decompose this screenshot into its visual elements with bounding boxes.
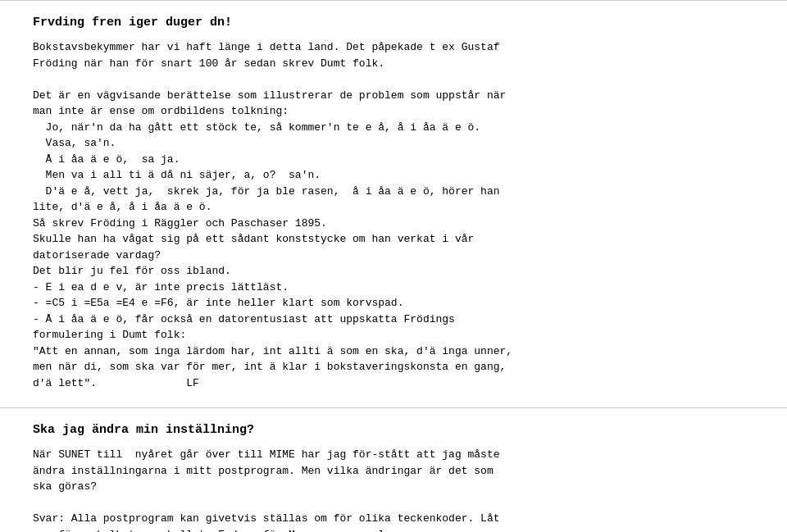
article2-body: När SUNET till nyåret går över till MIME… (33, 447, 754, 532)
article1-title: Frvding fren iger duger dn! (33, 16, 754, 30)
article2-section: Ska jag ändra min inställning? När SUNET… (0, 408, 787, 532)
article2-title: Ska jag ändra min inställning? (33, 423, 754, 437)
page-container: Frvding fren iger duger dn! Bokstavsbeky… (0, 0, 787, 532)
article1-section: Frvding fren iger duger dn! Bokstavsbeky… (0, 1, 787, 408)
article1-body: Bokstavsbekymmer har vi haft länge i det… (33, 39, 754, 391)
